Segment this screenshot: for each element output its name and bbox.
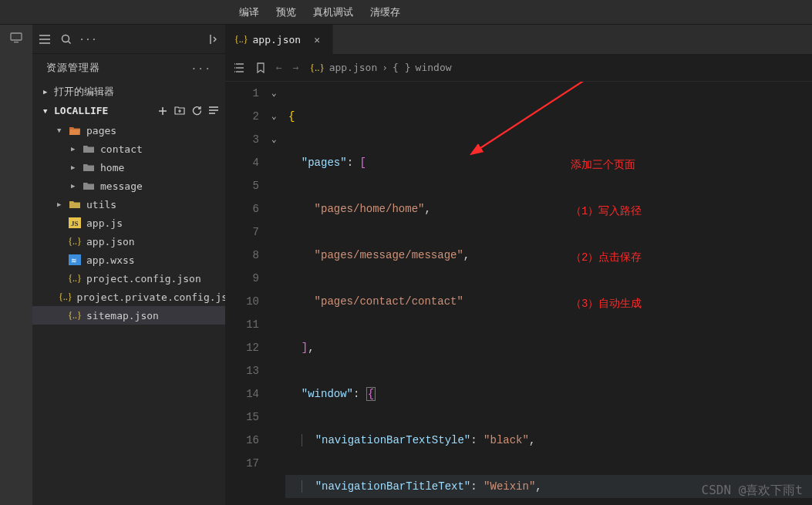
- folder-open-icon: [68, 124, 82, 136]
- folder-message[interactable]: ▶ message: [32, 177, 225, 195]
- line-gutter: 1234567891011121314151617: [225, 82, 271, 505]
- activity-bar: [0, 25, 32, 505]
- file-tree: ▼ pages ▶ contact ▶ home ▶ message ▶: [32, 120, 225, 326]
- bracket-close: ]: [302, 342, 308, 354]
- file-project-config[interactable]: {..} project.config.json: [32, 269, 225, 288]
- more-icon[interactable]: ···: [82, 33, 94, 45]
- folder-pages[interactable]: ▼ pages: [32, 121, 225, 140]
- code-key: "navigationBarTextStyle": [315, 434, 471, 446]
- crumb-sep: ›: [382, 62, 388, 73]
- code-string: "pages/home/home": [315, 203, 425, 215]
- file-label: app.wxss: [86, 254, 135, 266]
- file-label: sitemap.json: [86, 310, 159, 322]
- json-file-icon: {..}: [59, 291, 72, 303]
- json-file-icon: {..}: [68, 272, 82, 284]
- explorer-title: 资源管理器 ···: [32, 54, 225, 82]
- menu-compile[interactable]: 编译: [239, 5, 259, 19]
- folder-icon: [82, 180, 96, 192]
- file-label: app.json: [86, 236, 135, 247]
- tab-bar: {..} app.json ✕: [225, 25, 812, 54]
- bookmark-icon[interactable]: [256, 62, 265, 73]
- project-header[interactable]: ▼ LOCALLIFE: [32, 102, 225, 120]
- collapse-panel-icon[interactable]: [207, 33, 219, 45]
- folder-utils[interactable]: ▶ utils: [32, 195, 225, 214]
- folder-label: home: [100, 162, 124, 173]
- chevron-right-icon: ▶: [71, 163, 80, 171]
- search-icon[interactable]: [60, 33, 72, 45]
- crumb-file[interactable]: app.json: [329, 62, 378, 73]
- brace-open: {: [288, 110, 295, 123]
- code-key: "pages": [302, 157, 347, 169]
- code-editor[interactable]: 1234567891011121314151617 ⌄⌄⌄ { "pages":…: [225, 82, 812, 505]
- js-file-icon: JS: [68, 217, 82, 229]
- folder-label: utils: [86, 199, 116, 210]
- chevron-right-icon: ▶: [43, 88, 51, 96]
- tab-label: app.json: [253, 34, 302, 45]
- file-app-wxss[interactable]: ≋ app.wxss: [32, 251, 225, 269]
- chevron-right-icon: ▶: [71, 182, 80, 190]
- top-menu: 编译 预览 真机调试 清缓存: [0, 0, 812, 25]
- editor-area: {..} app.json ✕ ← → {..} app.json › { } …: [225, 25, 812, 505]
- menu-debug[interactable]: 真机调试: [313, 5, 353, 19]
- file-app-json[interactable]: {..} app.json: [32, 232, 225, 251]
- fold-icon[interactable]: ⌄: [271, 105, 285, 128]
- sidebar: ··· 资源管理器 ··· ▶ 打开的编辑器 ▼ LOCALLIFE: [32, 25, 225, 505]
- svg-point-9: [234, 71, 235, 72]
- nav-back-icon[interactable]: ←: [276, 62, 282, 73]
- folder-label: pages: [86, 125, 116, 136]
- file-app-js[interactable]: JS app.js: [32, 214, 225, 232]
- folder-icon: [82, 143, 96, 155]
- fold-icon[interactable]: ⌄: [271, 128, 285, 151]
- folder-contact[interactable]: ▶ contact: [32, 140, 225, 158]
- chevron-right-icon: ▶: [57, 200, 66, 208]
- close-icon[interactable]: ✕: [311, 34, 323, 45]
- code-string: "black": [483, 434, 529, 446]
- folder-home[interactable]: ▶ home: [32, 158, 225, 177]
- menu-clear-cache[interactable]: 清缓存: [370, 5, 400, 19]
- list-icon[interactable]: [234, 63, 245, 72]
- code-string: "pages/contact/contact": [315, 295, 463, 308]
- folder-icon: [82, 161, 96, 173]
- code-string: "Weixin": [483, 480, 535, 493]
- json-file-icon: {..}: [68, 309, 82, 322]
- file-sitemap[interactable]: {..} sitemap.json: [32, 306, 225, 325]
- svg-rect-0: [11, 33, 22, 40]
- chevron-down-icon: ▼: [43, 107, 51, 115]
- file-label: project.private.config.json: [77, 291, 240, 303]
- tab-app-json[interactable]: {..} app.json ✕: [225, 25, 333, 54]
- svg-text:JS: JS: [71, 220, 79, 227]
- file-label: project.config.json: [86, 273, 201, 284]
- code-content[interactable]: { "pages": [ "pages/home/home", "pages/m…: [285, 82, 812, 505]
- fold-icon[interactable]: ⌄: [271, 82, 285, 105]
- svg-point-8: [234, 67, 235, 69]
- file-label: app.js: [86, 217, 123, 229]
- folder-icon: [68, 198, 82, 210]
- code-key: "navigationBarTitleText": [315, 480, 471, 493]
- explorer-more-icon[interactable]: ···: [188, 62, 214, 74]
- code-key: "window": [302, 388, 353, 400]
- opened-editors-label: 打开的编辑器: [54, 85, 114, 99]
- nav-forward-icon[interactable]: →: [293, 62, 299, 73]
- svg-point-7: [234, 63, 235, 65]
- chevron-right-icon: ▶: [71, 145, 80, 153]
- svg-text:≋: ≋: [71, 257, 77, 264]
- list-icon[interactable]: [39, 33, 51, 45]
- fold-column: ⌄⌄⌄: [271, 82, 285, 505]
- wxss-file-icon: ≋: [68, 254, 82, 266]
- new-file-icon[interactable]: [157, 106, 168, 116]
- refresh-icon[interactable]: [191, 106, 202, 116]
- code-string: "pages/message/message": [315, 249, 463, 261]
- folder-label: contact: [100, 143, 143, 155]
- collapse-all-icon[interactable]: [208, 106, 219, 116]
- file-project-private-config[interactable]: {..} project.private.config.json: [32, 288, 225, 306]
- svg-point-2: [62, 35, 69, 42]
- crumb-symbol[interactable]: window: [416, 62, 452, 73]
- side-toolbar: ···: [32, 25, 225, 54]
- display-icon[interactable]: [9, 32, 23, 43]
- new-folder-icon[interactable]: [174, 106, 185, 116]
- braces-icon: { }: [393, 62, 410, 73]
- opened-editors-section[interactable]: ▶ 打开的编辑器: [32, 82, 225, 102]
- svg-rect-1: [14, 42, 19, 42]
- menu-preview[interactable]: 预览: [276, 5, 296, 19]
- folder-label: message: [100, 180, 143, 192]
